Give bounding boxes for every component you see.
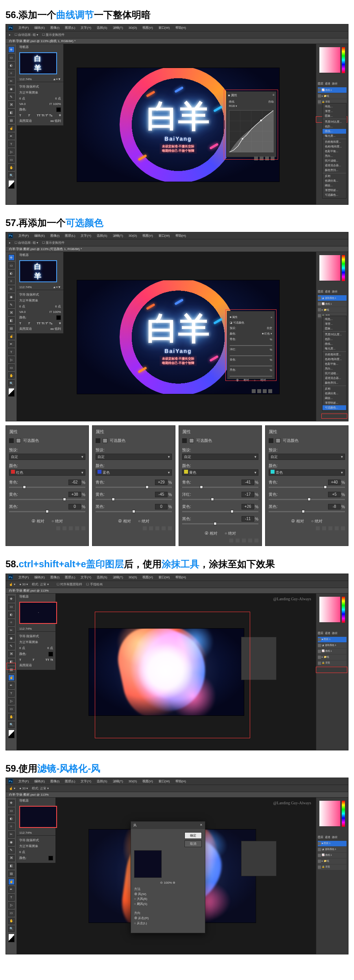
layers-tab[interactable]: 图层 bbox=[318, 82, 323, 86]
prev-icon[interactable] bbox=[236, 539, 240, 542]
color-select[interactable]: 红色▾ bbox=[9, 469, 85, 476]
radio-relative[interactable]: ⦿ 相对 bbox=[118, 518, 131, 524]
ctx-exposure[interactable]: 曝光度... bbox=[323, 134, 346, 138]
prev-icon[interactable] bbox=[149, 526, 153, 530]
ok-button[interactable]: 确定 bbox=[184, 832, 202, 839]
menu-type[interactable]: 文字(Y) bbox=[81, 26, 91, 30]
radio-relative[interactable]: ⦿ 相对 bbox=[31, 518, 44, 524]
menu-3d[interactable]: 3D(D) bbox=[129, 26, 137, 29]
radio-absolute[interactable]: ○ 绝对 bbox=[311, 518, 323, 524]
reset-icon[interactable] bbox=[242, 539, 246, 542]
smudge-tool[interactable]: ☝ bbox=[8, 125, 15, 131]
ctx-solid[interactable]: 纯色... bbox=[323, 104, 346, 109]
marquee-tool[interactable]: ▭ bbox=[8, 54, 15, 61]
document-tab[interactable]: 白羊·字体·素材.psd @ 113% (可选颜色 1, RGB/8#) * bbox=[6, 246, 348, 252]
clip-icon[interactable] bbox=[143, 526, 147, 530]
type-tool[interactable]: T bbox=[8, 141, 15, 147]
menu-window[interactable]: 窗口(W) bbox=[159, 26, 170, 30]
radio-from-left[interactable]: ○ 从左(L) bbox=[134, 921, 202, 926]
close-icon[interactable]: ✕ bbox=[200, 823, 203, 827]
ctx-gradmap[interactable]: 渐变映射... bbox=[323, 188, 346, 193]
color-picker[interactable] bbox=[319, 255, 340, 281]
gradient-tool[interactable]: ▤ bbox=[8, 117, 15, 123]
reset-icon[interactable] bbox=[328, 526, 332, 530]
radio-absolute[interactable]: ○ 绝对 bbox=[52, 518, 63, 524]
ctx-photofilter[interactable]: 照片滤镜... bbox=[323, 158, 346, 163]
brush-tool[interactable]: ✎ bbox=[8, 94, 15, 100]
prev-icon[interactable] bbox=[63, 526, 66, 530]
hand-tool[interactable]: ✋ bbox=[8, 164, 15, 171]
radio-absolute[interactable]: ○ 绝对 bbox=[225, 531, 236, 536]
ctx-pattern[interactable]: 图案... bbox=[323, 114, 346, 118]
radio-relative[interactable]: ⦿ 相对 bbox=[291, 518, 304, 524]
crop-tool[interactable]: ✂ bbox=[8, 78, 15, 84]
navigator-thumb[interactable]: 白羊 bbox=[19, 52, 57, 74]
move-tool[interactable]: ✥ bbox=[8, 46, 15, 53]
cancel-button[interactable]: 取消 bbox=[184, 840, 202, 847]
menu-filter[interactable]: 滤镜(T) bbox=[113, 26, 123, 30]
color-picker[interactable] bbox=[319, 47, 340, 73]
zoom-tool[interactable]: 🔍 bbox=[8, 172, 15, 178]
trash-icon[interactable] bbox=[254, 539, 258, 542]
fg-bg-swatch[interactable] bbox=[8, 180, 15, 189]
paths-tab[interactable]: 路径 bbox=[332, 82, 337, 86]
layer-stamped[interactable]: ■ 图层 1 bbox=[318, 637, 347, 642]
clip-icon[interactable] bbox=[56, 526, 60, 530]
clip-icon[interactable] bbox=[316, 526, 320, 530]
eye-icon[interactable] bbox=[248, 539, 252, 542]
trash-icon[interactable] bbox=[341, 526, 345, 530]
navigator-thumb[interactable]: 白羊 bbox=[19, 260, 57, 282]
reset-icon[interactable] bbox=[69, 526, 73, 530]
ctx-colorlookup[interactable]: 颜色查找... bbox=[323, 168, 346, 173]
radio-from-right[interactable]: ⦿ 从右(R) bbox=[134, 916, 202, 921]
ctx-selcolor[interactable]: 可选颜色... bbox=[323, 193, 346, 197]
lasso-tool[interactable]: ◐ bbox=[8, 62, 15, 68]
smudge-tool[interactable]: ☝ bbox=[8, 675, 15, 681]
ctx-hue[interactable]: 色相/饱和度... bbox=[323, 144, 346, 149]
path-tool[interactable]: ▷ bbox=[8, 149, 15, 155]
ctx-levels[interactable]: 色阶... bbox=[323, 124, 346, 129]
menu-image[interactable]: 图像(I) bbox=[50, 26, 60, 30]
ctx-brightness[interactable]: 亮度/对比度... bbox=[323, 120, 346, 124]
eye-icon[interactable] bbox=[162, 526, 166, 530]
ctx-invert[interactable]: 反相 bbox=[323, 174, 346, 178]
channels-tab[interactable]: 通道 bbox=[325, 82, 330, 86]
prev-icon[interactable] bbox=[322, 526, 326, 530]
layer-group[interactable]: ▸ 📁 组 bbox=[318, 307, 347, 313]
menu-layer[interactable]: 图层(L) bbox=[65, 26, 75, 30]
preset-select[interactable]: 自定▾ bbox=[96, 454, 172, 460]
eye-icon[interactable] bbox=[75, 526, 79, 530]
radio-stagger[interactable]: ○ 飓风(S) bbox=[134, 902, 202, 907]
eyedropper-tool[interactable]: ◉ bbox=[8, 86, 15, 92]
preset-select[interactable]: 自定▾ bbox=[182, 454, 258, 460]
color-select[interactable]: 蓝色▾ bbox=[96, 469, 172, 476]
document-tab[interactable]: 白羊·字体·素材.psd @ 113% (曲线 1, RGB/8#) * bbox=[6, 39, 348, 44]
layer-group[interactable]: ▸ 📁 组 bbox=[318, 93, 347, 99]
wand-tool[interactable]: ✧ bbox=[8, 70, 15, 76]
color-select[interactable]: 青色▾ bbox=[269, 469, 345, 476]
menu-edit[interactable]: 编辑(E) bbox=[34, 26, 45, 30]
menu-view[interactable]: 视图(V) bbox=[142, 26, 153, 30]
move-tool[interactable]: ✥ bbox=[8, 254, 15, 261]
ctx-selcolor-hl[interactable]: 可选颜色... bbox=[323, 405, 346, 410]
trash-icon[interactable] bbox=[168, 526, 172, 530]
menu-help[interactable]: 帮助(H) bbox=[175, 26, 186, 30]
document-tab[interactable]: 白羊·字体·素材.psd @ 113% bbox=[6, 588, 348, 594]
trash-icon[interactable] bbox=[81, 526, 85, 530]
reset-icon[interactable] bbox=[155, 526, 159, 530]
menu-select[interactable]: 选择(S) bbox=[97, 26, 107, 30]
font-select[interactable]: 方正平黑简体 bbox=[19, 90, 38, 95]
shape-tool[interactable]: ▭ bbox=[8, 156, 15, 163]
eye-icon[interactable] bbox=[335, 526, 339, 530]
pen-tool[interactable]: ✒ bbox=[8, 133, 15, 139]
ctx-bw[interactable]: 黑白... bbox=[323, 154, 346, 158]
color-select[interactable]: 黄色▾ bbox=[182, 469, 258, 476]
stamp-tool[interactable]: ⌘ bbox=[8, 101, 15, 108]
menu-file[interactable]: 文件(F) bbox=[18, 26, 29, 30]
document-tab[interactable]: 白羊·字体·素材.psd @ 113% bbox=[6, 792, 348, 798]
preset-select[interactable]: 自定▾ bbox=[269, 454, 345, 460]
eraser-tool[interactable]: ◧ bbox=[8, 109, 15, 116]
layer-curves[interactable]: 📈 曲线 1 bbox=[318, 87, 347, 93]
ctx-channelmixer[interactable]: 通道混合器... bbox=[323, 163, 346, 168]
navigator-thumb[interactable]: ✺ bbox=[19, 602, 57, 624]
